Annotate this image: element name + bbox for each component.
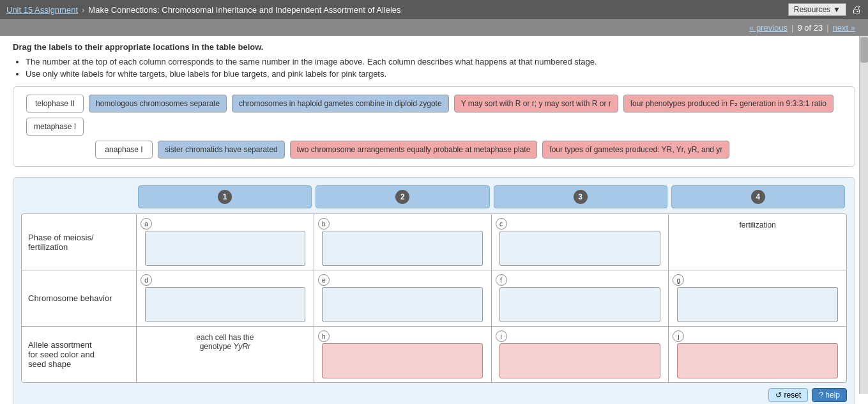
label-homologous[interactable]: homologous chromosomes separate <box>89 95 227 113</box>
cell-letter-c: c <box>496 218 507 229</box>
resources-label: Resources <box>794 5 830 14</box>
breadcrumb-link[interactable]: Unit 15 Assignment <box>6 5 78 15</box>
scrollbar-thumb[interactable] <box>860 37 868 63</box>
drop-box-e[interactable] <box>322 287 483 322</box>
scrollbar[interactable] <box>859 36 868 394</box>
pagination-separator: | <box>791 23 793 33</box>
bullet-2: Use only white labels for white targets,… <box>26 69 855 79</box>
previous-link[interactable]: « previous <box>749 23 788 33</box>
label-chromosomes-combine[interactable]: chromosomes in haploid gametes combine i… <box>232 95 449 113</box>
table-row-allele: Allele assortmentfor seed color andseed … <box>22 327 846 382</box>
cell-d: d <box>137 270 314 326</box>
cell-each-cell: each cell has thegenotype YyRr <box>137 327 314 382</box>
instructions-bullets: The number at the top of each column cor… <box>26 57 855 79</box>
drop-box-g[interactable] <box>677 287 838 322</box>
drop-box-a[interactable] <box>145 231 306 266</box>
label-two-chromosome[interactable]: two chromosome arrangements equally prob… <box>290 141 538 159</box>
cell-c: c <box>492 214 669 270</box>
cell-j: j <box>669 327 846 382</box>
assignment-table: 1 2 3 4 Phase of meiosis/fertilization a <box>13 177 855 404</box>
resources-button[interactable]: Resources ▼ <box>788 3 846 16</box>
fertilization-text: fertilization <box>736 218 778 232</box>
drop-box-f[interactable] <box>499 287 660 322</box>
drop-box-d[interactable] <box>145 287 306 322</box>
col-header-1: 1 <box>138 185 312 208</box>
column-headers: 1 2 3 4 <box>21 185 847 208</box>
each-cell-text: each cell has thegenotype YyRr <box>194 330 256 354</box>
breadcrumb: Unit 15 Assignment › Make Connections: C… <box>6 5 401 15</box>
row-label-phase: Phase of meiosis/fertilization <box>22 214 137 270</box>
pagination-bar: « previous | 9 of 23 | next » <box>0 19 868 36</box>
reset-button[interactable]: ↺ reset <box>768 388 808 402</box>
help-button[interactable]: ? help <box>812 388 847 402</box>
cell-letter-g: g <box>673 274 684 286</box>
bullet-1: The number at the top of each column cor… <box>26 57 855 66</box>
pagination-current: 9 of 23 <box>797 23 823 33</box>
cell-letter-h: h <box>318 330 330 342</box>
table-row-chromosome: Chromosome behavior d e f g <box>22 270 846 327</box>
cell-letter-b: b <box>318 218 330 229</box>
breadcrumb-current: Make Connections: Chromosomal Inheritanc… <box>88 5 400 15</box>
cell-e: e <box>314 270 492 326</box>
drop-box-h[interactable] <box>322 343 483 378</box>
col-number-3: 3 <box>574 190 588 204</box>
next-link[interactable]: next » <box>833 23 855 33</box>
cell-i: i <box>492 327 669 382</box>
cell-letter-a: a <box>141 218 152 229</box>
cell-letter-j: j <box>673 330 684 342</box>
pagination-separator-2: | <box>826 23 828 33</box>
label-anaphase-i[interactable]: anaphase I <box>95 141 153 159</box>
drop-box-i[interactable] <box>499 343 660 378</box>
label-y-may-sort[interactable]: Y may sort with R or r; y may sort with … <box>454 95 618 113</box>
cell-letter-i: i <box>496 330 507 342</box>
col-number-1: 1 <box>218 190 232 204</box>
instructions-text: Drag the labels to their appropriate loc… <box>13 42 855 52</box>
cell-letter-d: d <box>141 274 152 286</box>
header-blank <box>21 185 136 208</box>
cell-a: a <box>137 214 314 270</box>
cell-letter-e: e <box>318 274 330 286</box>
resources-dropdown-icon: ▼ <box>833 5 841 14</box>
cell-h: h <box>314 327 492 382</box>
drop-box-c[interactable] <box>499 231 660 266</box>
breadcrumb-chevron-icon: › <box>82 5 84 15</box>
cell-b: b <box>314 214 492 270</box>
label-row-1: telophase II homologous chromosomes sepa… <box>26 95 842 136</box>
main-content: Drag the labels to their appropriate loc… <box>0 36 868 404</box>
label-metaphase-i[interactable]: metaphase I <box>26 118 84 136</box>
cell-letter-f: f <box>496 274 507 286</box>
reset-help-row: ↺ reset ? help <box>21 388 847 402</box>
label-four-phenotypes[interactable]: four phenotypes produced in F₂ generatio… <box>623 95 834 113</box>
drop-box-b[interactable] <box>322 231 483 266</box>
col-header-4: 4 <box>671 185 845 208</box>
col-header-3: 3 <box>494 185 667 208</box>
top-right-controls: Resources ▼ 🖨 <box>788 3 862 16</box>
label-row-2: anaphase I sister chromatids have separa… <box>26 141 842 159</box>
table-body: Phase of meiosis/fertilization a b c fer… <box>21 214 847 383</box>
cell-f: f <box>492 270 669 326</box>
label-telophase-ii[interactable]: telophase II <box>26 95 84 113</box>
label-sister-chromatids[interactable]: sister chromatids have separated <box>158 141 285 159</box>
top-navigation-bar: Unit 15 Assignment › Make Connections: C… <box>0 0 868 19</box>
table-row-phase: Phase of meiosis/fertilization a b c fer… <box>22 214 846 270</box>
cell-fertilization: fertilization <box>669 214 846 270</box>
print-button[interactable]: 🖨 <box>851 4 862 15</box>
col-number-4: 4 <box>751 190 765 204</box>
cell-g: g <box>669 270 846 326</box>
row-label-allele: Allele assortmentfor seed color andseed … <box>22 327 137 382</box>
label-four-types[interactable]: four types of gametes produced: YR, Yr, … <box>542 141 729 159</box>
drop-box-j[interactable] <box>677 343 838 378</box>
label-bank: telophase II homologous chromosomes sepa… <box>13 86 855 167</box>
col-number-2: 2 <box>395 190 409 204</box>
row-label-chromosome: Chromosome behavior <box>22 270 137 326</box>
col-header-2: 2 <box>316 185 489 208</box>
